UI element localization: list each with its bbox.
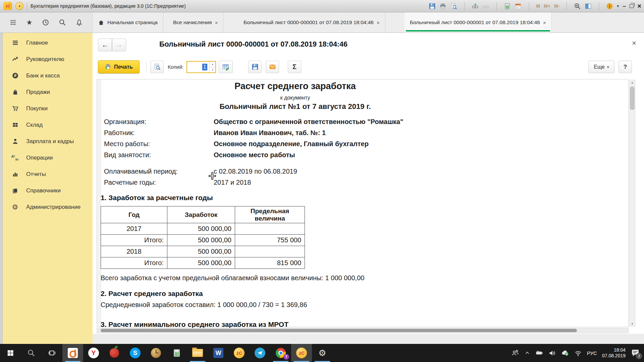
tab-close-icon[interactable]: × [215, 20, 218, 25]
print-button[interactable] [439, 3, 446, 10]
taskbar-app-calculator[interactable] [166, 344, 187, 362]
tab-sick-leave-2-active[interactable]: Больничный лист 0000-000001 от 07.08.201… [405, 12, 552, 33]
taskbar-search-button[interactable] [21, 344, 42, 362]
taskbar-app-skype[interactable]: S [125, 344, 146, 362]
start-button[interactable] [0, 344, 21, 362]
tab-close-icon[interactable]: × [543, 20, 546, 25]
taskbar-app-1c[interactable]: 1С [229, 344, 250, 362]
form-title: Больничный лист 0000-000001 от 07.08.201… [159, 40, 347, 49]
print-settings-button[interactable] [219, 61, 233, 73]
sidebar-item-main[interactable]: Главное [3, 35, 93, 51]
tab-close-icon[interactable]: × [377, 20, 380, 25]
history-icon[interactable] [42, 19, 49, 26]
taskbar-app-word[interactable]: W [208, 344, 229, 362]
action-center-button[interactable]: 3 [631, 348, 641, 358]
battery-icon[interactable] [535, 349, 543, 357]
print-document-button[interactable]: Печать [98, 60, 140, 73]
cell-limit[interactable] [235, 223, 305, 235]
tab-home[interactable]: Начальная страница [93, 12, 163, 33]
sidebar-item-operations[interactable]: ДтКтОперации [3, 149, 93, 166]
sidebar-item-sales[interactable]: Продажи [3, 84, 93, 100]
memory-button[interactable]: M [536, 3, 540, 9]
taskbar-app-telegram[interactable] [250, 344, 270, 362]
cell-total-label[interactable]: Итого: [101, 235, 167, 246]
cell-year[interactable]: 2018 [101, 246, 167, 257]
zoom-in-button[interactable] [574, 3, 581, 10]
system-menu-button[interactable]: ▾ [15, 2, 23, 10]
cloud-sync-icon[interactable] [561, 349, 569, 357]
favorites-star-icon[interactable]: ★ [26, 18, 33, 26]
minimize-button[interactable]: – [623, 4, 626, 8]
sidebar-item-directories[interactable]: Справочники [3, 182, 93, 199]
vertical-scrollbar[interactable] [629, 80, 635, 326]
people-icon[interactable] [511, 349, 519, 357]
sidebar-item-bank-cash[interactable]: Банк и касса [3, 67, 93, 84]
clock[interactable]: 18:04 07.08.2019 [602, 347, 626, 359]
taskbar-app-1c-active[interactable]: 1С [291, 344, 312, 362]
copies-stepper[interactable]: 1 ▲ ▼ [186, 61, 216, 73]
calculator-button[interactable] [504, 3, 511, 10]
save-spreadsheet-button[interactable] [248, 61, 262, 73]
chevron-up-icon[interactable] [524, 350, 530, 356]
taskbar-app-explorer[interactable] [187, 344, 208, 362]
taskbar-app-apple[interactable] [104, 344, 125, 362]
vertical-scrollbar-thumb[interactable] [630, 86, 635, 110]
back-button[interactable]: ← [98, 39, 112, 51]
sidebar-item-administration[interactable]: ⚙Администрирование [3, 199, 93, 215]
preview-button[interactable] [150, 61, 164, 73]
horizontal-scrollbar-thumb[interactable] [101, 329, 577, 332]
cell-earnings[interactable]: 500 000,00 [167, 223, 235, 235]
memory-minus-button[interactable]: M- [554, 3, 559, 9]
cell-earnings[interactable]: 500 000,00 [167, 246, 235, 257]
cell-limit[interactable]: 815 000 [235, 257, 305, 269]
taskbar-app-presentation[interactable] [62, 344, 83, 362]
forward-button[interactable]: → [112, 39, 126, 51]
cell-earnings[interactable]: 500 000,00 [167, 257, 235, 269]
taskbar-app-clock[interactable] [146, 344, 166, 362]
spin-up-icon[interactable]: ▲ [210, 62, 215, 67]
sidebar-item-reports[interactable]: Отчеты [3, 166, 93, 182]
cell-total-label[interactable]: Итого: [101, 257, 167, 269]
cell-limit[interactable] [235, 246, 305, 257]
spin-down-icon[interactable]: ▼ [210, 67, 215, 73]
sidebar-item-purchases[interactable]: Покупки [3, 100, 93, 117]
calendar-button[interactable] [515, 3, 522, 10]
sidebar-item-warehouse[interactable]: Склад [3, 117, 93, 133]
copies-value[interactable]: 1 [187, 62, 209, 72]
memory-plus-button[interactable]: M+ [544, 3, 550, 9]
tray-time: 18:04 [602, 347, 626, 353]
send-email-button[interactable] [266, 61, 279, 73]
taskbar-app-yandex[interactable]: Y [83, 344, 104, 362]
taskbar-app-chrome[interactable]: T [270, 344, 291, 362]
speaker-icon[interactable] [548, 349, 556, 357]
tab-sick-leave-1[interactable]: Больничный лист 0000-000001 от 07.08.201… [238, 12, 385, 33]
cell-limit[interactable]: 755 000 [235, 235, 305, 246]
wifi-icon[interactable] [574, 349, 582, 357]
sidebar-item-salary-hr[interactable]: Зарплата и кадры [3, 133, 93, 149]
more-button[interactable]: Еще ▾ [588, 61, 614, 73]
info-button[interactable] [606, 3, 613, 10]
cell-earnings[interactable]: 500 000,00 [167, 235, 235, 246]
restore-button[interactable] [630, 4, 634, 8]
cell-year[interactable]: 2017 [101, 223, 167, 235]
save-button[interactable] [429, 3, 436, 10]
sum-button[interactable]: Σ [288, 61, 301, 73]
sidebar-item-manager[interactable]: Руководителю [3, 51, 93, 67]
language-indicator[interactable]: РУС [587, 350, 597, 356]
info-caret-icon[interactable]: ▾ [617, 4, 619, 8]
task-view-button[interactable] [42, 344, 62, 362]
taskbar-app-settings[interactable]: ⚙ [312, 344, 333, 362]
form-close-button[interactable]: × [632, 39, 636, 48]
search-icon[interactable] [59, 19, 66, 26]
window-close-button[interactable]: × [637, 2, 641, 10]
split-window-button[interactable] [585, 3, 592, 10]
all-functions-menu-icon[interactable] [9, 19, 17, 26]
get-link-button[interactable] [472, 3, 479, 10]
notifications-bell-icon[interactable] [75, 19, 83, 26]
go-to-link-button[interactable] [482, 3, 489, 10]
help-button[interactable]: ? [619, 61, 632, 73]
scroll-down-icon[interactable]: ▼ [629, 321, 635, 326]
scroll-up-icon[interactable]: ▲ [629, 80, 635, 85]
tab-all-accruals[interactable]: Все начисления × [168, 12, 223, 33]
print-preview-button[interactable] [450, 3, 457, 10]
